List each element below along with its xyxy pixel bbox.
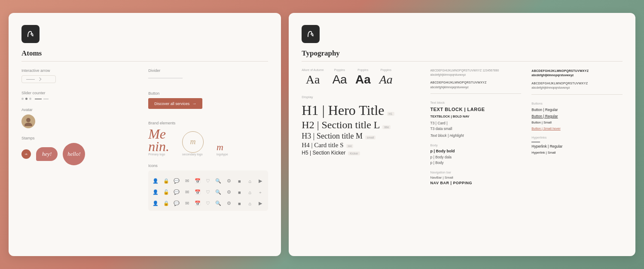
- body-dala: p | Body dala: [430, 155, 522, 160]
- h2-text: H2 | Section title L: [302, 119, 380, 131]
- settings-icon[interactable]: ⚙: [225, 177, 233, 185]
- alphabet-left-small: ABCDEFGHIJKLMNOPQRSTUVWXYZ 1234567890: [430, 68, 522, 73]
- secondary-logo: m secondary logo: [182, 131, 204, 156]
- msg3-icon[interactable]: ✉: [183, 200, 191, 207]
- home2-icon[interactable]: ⌂: [246, 189, 254, 196]
- arrow-head: [38, 77, 41, 81]
- alphabet-right-lower: abcdefghijklmnopqrstuvwxyz: [531, 86, 623, 90]
- grid3-icon[interactable]: ■: [235, 200, 243, 207]
- set3-icon[interactable]: ⚙: [225, 200, 233, 207]
- button-section: Button Discover all services →: [148, 91, 268, 109]
- avatar-section: Avatar: [21, 108, 141, 128]
- dot-2: [25, 98, 27, 100]
- logotype-caption: logotype: [217, 153, 228, 156]
- textblock-t3: T3 | Card |: [430, 121, 522, 126]
- btn-sample-2[interactable]: Button | Regular: [531, 114, 623, 118]
- h3-badge: small: [365, 136, 375, 139]
- body-regular: p | Body: [430, 160, 522, 166]
- right-col-divider: [531, 94, 623, 95]
- calendar-icon[interactable]: 📅: [194, 177, 201, 185]
- right-panel: Typography Allure of Autumn Aa Poppins A…: [289, 13, 635, 256]
- cal3-icon[interactable]: 📅: [194, 200, 201, 207]
- h1-badge: H1: [387, 112, 394, 116]
- textblock-highlight: Text block | Highlight: [430, 133, 522, 139]
- svg-point-0: [26, 118, 31, 122]
- avatar-icon: [24, 117, 33, 126]
- btn-sample-4[interactable]: Button | Small hover: [531, 127, 623, 130]
- logo-circle: m: [182, 131, 204, 153]
- font-samples-row: Allure of Autumn Aa Poppins Aa Poppins A…: [302, 68, 420, 87]
- btn-sample-1[interactable]: Button | Regular: [531, 108, 623, 112]
- font-sample-serif: Allure of Autumn Aa: [302, 68, 324, 87]
- heart-icon[interactable]: ♡: [204, 177, 212, 185]
- msg2-icon[interactable]: ✉: [183, 189, 191, 196]
- message-icon[interactable]: ✉: [183, 177, 191, 185]
- search3-icon[interactable]: 🔍: [214, 200, 222, 207]
- logo-left: [21, 25, 40, 43]
- user-icon[interactable]: 👤: [152, 177, 159, 185]
- primary-logo: Menin. Primary logo: [148, 128, 169, 156]
- lock2-icon[interactable]: 🔓: [162, 189, 170, 196]
- discover-button[interactable]: Discover all services →: [148, 98, 202, 109]
- avatar-label: Avatar: [21, 108, 141, 112]
- button-text: Discover all services: [154, 102, 189, 106]
- user3-icon[interactable]: 👤: [152, 200, 159, 207]
- avatar: [21, 114, 35, 128]
- chat-icon[interactable]: 💬: [173, 177, 180, 185]
- alphabet-right-lower-bold: abcdefghijklmnopqrstuvwxyz: [531, 73, 623, 77]
- font-name-serif: Allure of Autumn: [302, 68, 324, 71]
- heart2-icon[interactable]: ♡: [204, 189, 212, 196]
- signature-text: m: [217, 142, 228, 153]
- chat2-icon[interactable]: 💬: [173, 189, 180, 196]
- slider-dash-inactive: [43, 99, 49, 99]
- secondary-logo-caption: secondary logo: [182, 153, 204, 156]
- display-column: Allure of Autumn Aa Poppins Aa Poppins A…: [302, 68, 420, 185]
- logo-right: [302, 25, 320, 43]
- arrow-demo[interactable]: [21, 75, 56, 83]
- buttons-column: ABCDEFGHIJKLMNOPQRSTUVWXYZ abcdefghijklm…: [531, 68, 623, 185]
- hyperlink-1[interactable]: Hyperlink | Regular: [531, 144, 623, 148]
- stamp-circle: hello!: [63, 143, 85, 165]
- h4-text: H4 | Card title S: [302, 142, 343, 149]
- bell2-icon[interactable]: ▶: [256, 200, 264, 207]
- alphabet-left-upper: ABCDEFGHIJKLMNOPQRSTUVWXYZ: [430, 80, 522, 85]
- nav-label: Navigation bar: [430, 170, 522, 174]
- font-aa-italic: Aa: [379, 73, 393, 87]
- h4-badge: H4: [346, 144, 354, 148]
- dot-1: [21, 98, 24, 100]
- slider-dash-active: [35, 99, 42, 99]
- h4-heading: H4 | Card title S H4: [302, 142, 420, 149]
- divider-demo: [148, 78, 183, 78]
- plus-icon[interactable]: +: [256, 189, 264, 196]
- chat3-icon[interactable]: 💬: [173, 200, 180, 207]
- buttons-text-section: Buttons Button | Regular Button | Regula…: [531, 102, 623, 130]
- search-icon[interactable]: 🔍: [214, 177, 222, 185]
- panel-divider: [21, 61, 268, 62]
- grid2-icon[interactable]: ■: [235, 189, 243, 196]
- lock-icon[interactable]: 🔒: [162, 177, 170, 185]
- user2-icon[interactable]: 👤: [152, 189, 159, 196]
- h1-heading: H1 | Hero Title H1: [302, 102, 420, 118]
- slider-dots: [21, 98, 141, 100]
- bell-icon[interactable]: ▶: [256, 177, 264, 185]
- search2-icon[interactable]: 🔍: [214, 189, 222, 196]
- home-icon[interactable]: ⌂: [246, 177, 254, 185]
- h2-badge: title: [382, 125, 391, 129]
- btn-sample-3[interactable]: Button | Small: [531, 121, 623, 124]
- alphabet-left-lower: abcdefghijklmnopqrstuvwxyz: [430, 85, 522, 90]
- cal2-icon[interactable]: 📅: [194, 189, 201, 196]
- icons-grid-row3: 👤 🔒 💬 ✉ 📅 ♡ 🔍 ⚙ ■ ⌂ ▶: [152, 200, 265, 207]
- h2-heading: H2 | Section title L title: [302, 119, 420, 131]
- h3-heading: H3 | Section title M small: [302, 132, 420, 141]
- interactive-arrow-label: Interactive arrow: [21, 68, 141, 73]
- nav-small: NavBar | Small: [430, 176, 522, 179]
- font-sample-semibold: Poppins Aa: [355, 68, 371, 87]
- alphabet-left-lower-small: abcdefghijklmnopqrstuvwxyz: [430, 73, 522, 77]
- hyperlink-2[interactable]: Hyperlink | Small: [531, 151, 623, 155]
- grid-icon[interactable]: ■: [235, 177, 243, 185]
- body-section: Body p | Body bold p | Body dala p | Bod…: [430, 143, 522, 165]
- heart3-icon[interactable]: ♡: [204, 200, 212, 207]
- set2-icon[interactable]: ⚙: [225, 189, 233, 196]
- home3-icon[interactable]: ⌂: [246, 200, 254, 207]
- lock3-icon[interactable]: 🔒: [162, 200, 170, 207]
